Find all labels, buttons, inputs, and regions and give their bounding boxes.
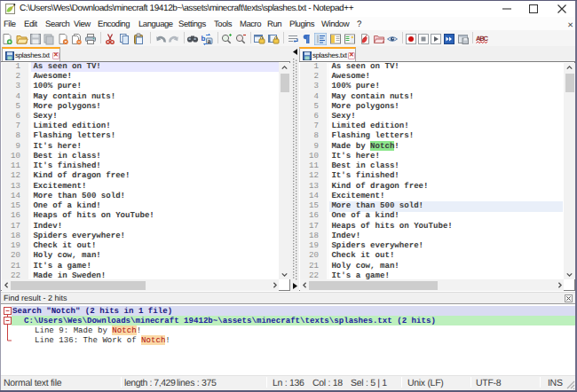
- svg-text:ABC: ABC: [476, 35, 488, 43]
- svg-text:b: b: [202, 35, 206, 43]
- svg-text:a: a: [208, 39, 211, 45]
